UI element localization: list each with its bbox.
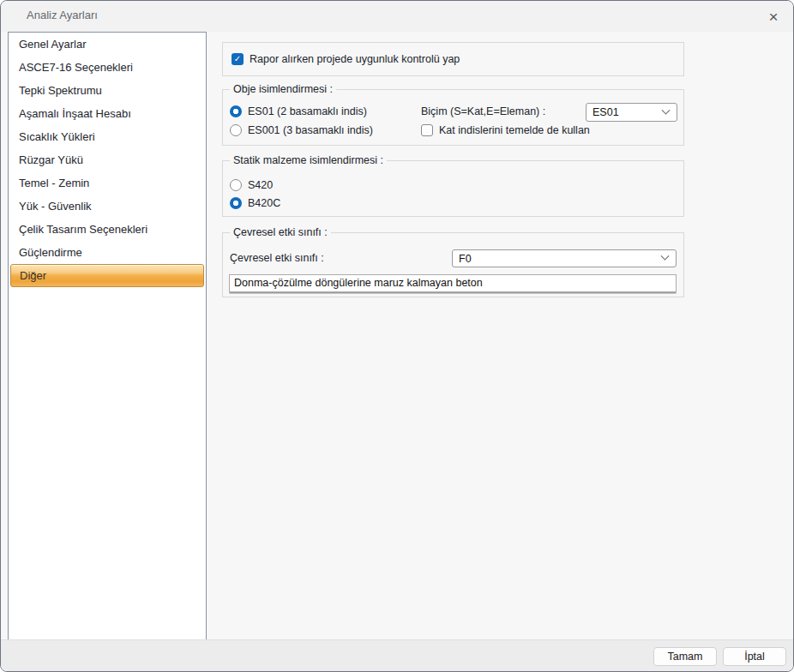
- report-check-label: Rapor alırken projede uygunluk kontrolü …: [250, 53, 460, 65]
- environment-class-label: Çevresel etki sınıfı :: [230, 252, 324, 264]
- format-label: Biçim (S=Kat,E=Eleman) :: [421, 105, 545, 117]
- sidebar-item-diger[interactable]: Diğer: [10, 264, 204, 287]
- radio-b420c-label: B420C: [248, 197, 280, 209]
- checkbox-checked-icon[interactable]: ✓: [232, 53, 244, 65]
- environment-class-group: Çevresel etki sınıfı : Çevresel etki sın…: [222, 232, 684, 297]
- format-combobox[interactable]: ES01: [586, 103, 677, 122]
- sidebar-item-asamali-insaat-hesabi[interactable]: Aşamalı İnşaat Hesabı: [9, 102, 206, 125]
- radio-s420-row[interactable]: S420: [230, 179, 273, 191]
- environment-class-description-field[interactable]: Donma-çözülme döngülerine maruz kalmayan…: [229, 274, 677, 292]
- object-naming-legend: Obje isimlendirmesi :: [230, 83, 336, 95]
- ok-button[interactable]: Tamam: [653, 647, 717, 666]
- radio-es01-label: ES01 (2 basamaklı indis): [248, 105, 367, 117]
- sidebar-item-temel-zemin[interactable]: Temel - Zemin: [9, 171, 206, 195]
- radio-selected-icon[interactable]: [230, 197, 242, 209]
- format-label-row: Biçim (S=Kat,E=Eleman) :: [421, 105, 545, 117]
- radio-es001-label: ES001 (3 basamaklı indis): [248, 124, 373, 136]
- environment-class-legend: Çevresel etki sınıfı :: [230, 226, 331, 238]
- analysis-settings-dialog: Analiz Ayarları × Genel Ayarlar ASCE7-16…: [0, 0, 794, 672]
- radio-b420c-row[interactable]: B420C: [230, 197, 280, 209]
- foundation-check-row[interactable]: Kat indislerini temelde de kullan: [421, 124, 590, 136]
- sidebar-item-tepki-spektrumu[interactable]: Tepki Spektrumu: [9, 79, 206, 102]
- environment-class-combobox[interactable]: F0: [452, 249, 677, 267]
- object-naming-group: Obje isimlendirmesi : ES01 (2 basamaklı …: [222, 89, 684, 146]
- format-combobox-value: ES01: [592, 106, 619, 118]
- radio-s420-label: S420: [248, 179, 273, 191]
- sidebar-item-celik-tasarim-secenekleri[interactable]: Çelik Tasarım Seçenekleri: [9, 218, 206, 241]
- radio-es01-row[interactable]: ES01 (2 basamaklı indis): [230, 105, 367, 117]
- sidebar-item-guclendirme[interactable]: Güçlendirme: [9, 241, 206, 264]
- chevron-down-icon: [661, 252, 670, 261]
- material-naming-group: Statik malzeme isimlendirmesi : S420 B42…: [222, 160, 684, 217]
- report-check-row[interactable]: ✓ Rapor alırken projede uygunluk kontrol…: [232, 53, 460, 65]
- radio-es001-row[interactable]: ES001 (3 basamaklı indis): [230, 124, 373, 136]
- sidebar-item-genel-ayarlar[interactable]: Genel Ayarlar: [9, 33, 206, 56]
- sidebar-item-ruzgar-yuku[interactable]: Rüzgar Yükü: [9, 148, 206, 171]
- foundation-check-label: Kat indislerini temelde de kullan: [439, 124, 590, 136]
- dialog-title: Analiz Ayarları: [27, 9, 98, 21]
- sidebar-item-asce716-secenekleri[interactable]: ASCE7-16 Seçenekleri: [9, 56, 206, 79]
- report-check-group: ✓ Rapor alırken projede uygunluk kontrol…: [222, 42, 684, 76]
- settings-category-list: Genel Ayarlar ASCE7-16 Seçenekleri Tepki…: [8, 32, 207, 640]
- radio-unselected-icon[interactable]: [230, 179, 242, 191]
- sidebar-item-yuk-guvenlik[interactable]: Yük - Güvenlik: [9, 195, 206, 218]
- titlebar: Analiz Ayarları ×: [1, 1, 793, 32]
- checkbox-unchecked-icon[interactable]: [421, 124, 433, 136]
- environment-class-combobox-value: F0: [459, 253, 472, 265]
- material-naming-legend: Statik malzeme isimlendirmesi :: [230, 154, 387, 166]
- cancel-button[interactable]: İptal: [723, 647, 786, 666]
- environment-class-label-row: Çevresel etki sınıfı :: [230, 252, 324, 264]
- radio-unselected-icon[interactable]: [230, 124, 242, 136]
- dialog-footer: Tamam İptal: [1, 639, 793, 671]
- chevron-down-icon: [662, 105, 671, 114]
- close-icon[interactable]: ×: [761, 5, 785, 27]
- sidebar-item-sicaklik-yukleri[interactable]: Sıcaklık Yükleri: [9, 125, 206, 148]
- radio-selected-icon[interactable]: [230, 105, 242, 117]
